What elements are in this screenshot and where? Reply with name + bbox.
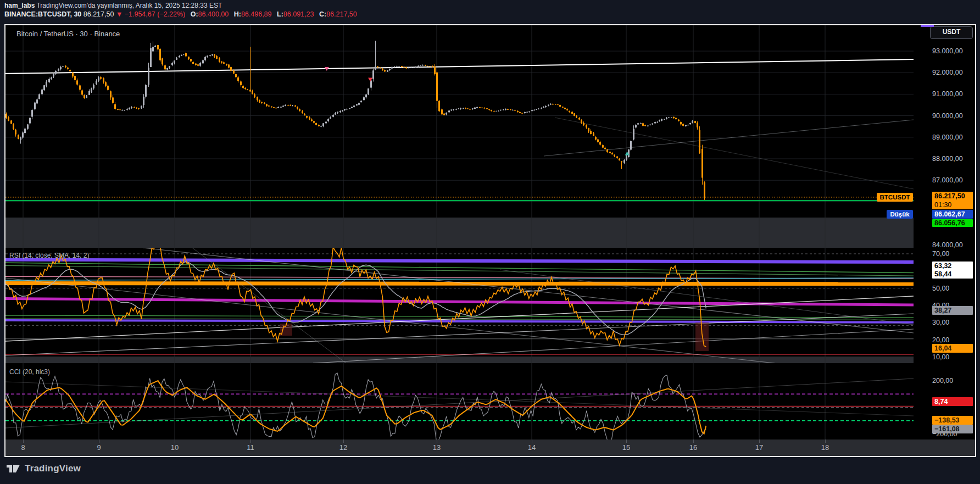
high-value: 86.496,89 bbox=[241, 10, 272, 18]
value-badge: 38,27 bbox=[932, 306, 973, 315]
axis-label: 93.000,00 bbox=[932, 47, 963, 55]
change-value: −1.954,67 (−2.22%) bbox=[125, 10, 186, 18]
time-tick bbox=[175, 440, 175, 443]
time-label: 10 bbox=[171, 443, 179, 452]
time-label: 8 bbox=[21, 443, 25, 452]
value-badge: 8,74 bbox=[932, 397, 973, 406]
symbol-header: BINANCE:BTCUSDT, 30 86.217,50 ▼ −1.954,6… bbox=[4, 10, 357, 19]
time-tick bbox=[23, 440, 24, 443]
axis-label: 84.000,00 bbox=[932, 241, 963, 249]
time-label: 13 bbox=[433, 443, 441, 452]
publish-header: ham_labs TradingView.com'da yayınlanmış,… bbox=[4, 1, 222, 10]
time-label: 14 bbox=[528, 443, 536, 452]
cci-legend[interactable]: CCI (20, hlc3) bbox=[9, 368, 50, 376]
low-value: 86.091,23 bbox=[283, 10, 314, 18]
time-tick bbox=[693, 440, 694, 443]
axis-label: 70,00 bbox=[932, 249, 949, 258]
time-tick bbox=[759, 440, 760, 443]
chart-legend-title[interactable]: Bitcoin / TetherUS · 30 · Binance bbox=[16, 30, 120, 38]
time-tick bbox=[250, 440, 251, 443]
rsi-pane[interactable] bbox=[5, 248, 914, 363]
series-tag: Düşük bbox=[887, 210, 913, 219]
low-label: L: bbox=[277, 10, 283, 18]
value-badge: 58,44 bbox=[932, 270, 973, 279]
chart-container[interactable]: Bitcoin / TetherUS · 30 · Binance RSI (1… bbox=[4, 24, 976, 457]
time-tick bbox=[437, 440, 437, 443]
open-value: 86.400,00 bbox=[198, 10, 229, 18]
value-badge: 86.062,67 bbox=[932, 210, 973, 219]
time-tick bbox=[825, 440, 826, 443]
time-label: 16 bbox=[689, 443, 697, 452]
current-price-badge: 86.217,5001:30 bbox=[932, 192, 973, 209]
axis-label: 92.000,00 bbox=[932, 68, 963, 77]
time-label: 12 bbox=[339, 443, 347, 452]
open-label: O: bbox=[191, 10, 198, 18]
axis-label: 89.000,00 bbox=[932, 133, 963, 142]
rsi-legend[interactable]: RSI (14, close, SMA, 14, 2) bbox=[9, 252, 89, 259]
axis-label: 91.000,00 bbox=[932, 90, 963, 98]
time-label: 17 bbox=[755, 443, 763, 452]
tradingview-brand-text: TradingView bbox=[25, 463, 81, 474]
change-arrow-icon: ▼ bbox=[116, 10, 122, 18]
value-badge: −161,08 bbox=[932, 425, 973, 433]
published-text: TradingView.com'da yayınlanmış, Aralık 1… bbox=[36, 2, 222, 9]
tradingview-logo-icon bbox=[7, 463, 20, 475]
time-tick bbox=[343, 440, 344, 443]
axis-label: 10,00 bbox=[932, 353, 949, 361]
tradingview-footer[interactable]: TradingView bbox=[7, 463, 81, 475]
username: ham_labs bbox=[4, 2, 35, 9]
value-badge: 86.056,76 bbox=[932, 219, 973, 227]
close-label: C: bbox=[319, 10, 326, 18]
currency-toggle-button[interactable]: USDT bbox=[930, 26, 973, 39]
time-scale[interactable]: 89101112131415161718 bbox=[5, 440, 975, 456]
time-label: 11 bbox=[247, 443, 254, 452]
value-badge: 63,32 bbox=[932, 262, 973, 270]
axis-label: 20,00 bbox=[932, 336, 949, 344]
time-label: 9 bbox=[97, 443, 101, 452]
time-tick bbox=[626, 440, 627, 443]
axis-label: 90.000,00 bbox=[932, 112, 963, 120]
axis-label: 50,00 bbox=[932, 284, 949, 293]
time-tick bbox=[532, 440, 532, 443]
purple-drawing-fragment bbox=[921, 25, 934, 27]
series-tag: BTCUSDT bbox=[877, 193, 913, 202]
axis-label: 87.000,00 bbox=[932, 176, 963, 185]
axis-label: 30,00 bbox=[932, 318, 949, 327]
price-pane[interactable] bbox=[5, 25, 914, 248]
axis-label: 88.000,00 bbox=[932, 154, 963, 163]
last-price: 86.217,50 bbox=[83, 10, 114, 18]
value-badge: 16,04 bbox=[932, 344, 973, 353]
time-label: 18 bbox=[821, 443, 829, 452]
value-badge: −138,53 bbox=[932, 416, 973, 425]
high-label: H: bbox=[234, 10, 241, 18]
cci-pane[interactable] bbox=[5, 363, 914, 440]
axis-label: 200,00 bbox=[932, 376, 953, 385]
time-label: 15 bbox=[622, 443, 630, 452]
time-tick bbox=[99, 440, 99, 443]
close-value: 86.217,50 bbox=[326, 10, 357, 18]
price-scale[interactable]: USDT 93.000,0092.000,0091.000,0090.000,0… bbox=[914, 25, 975, 440]
symbol-name: BINANCE:BTCUSDT, 30 bbox=[4, 10, 81, 18]
